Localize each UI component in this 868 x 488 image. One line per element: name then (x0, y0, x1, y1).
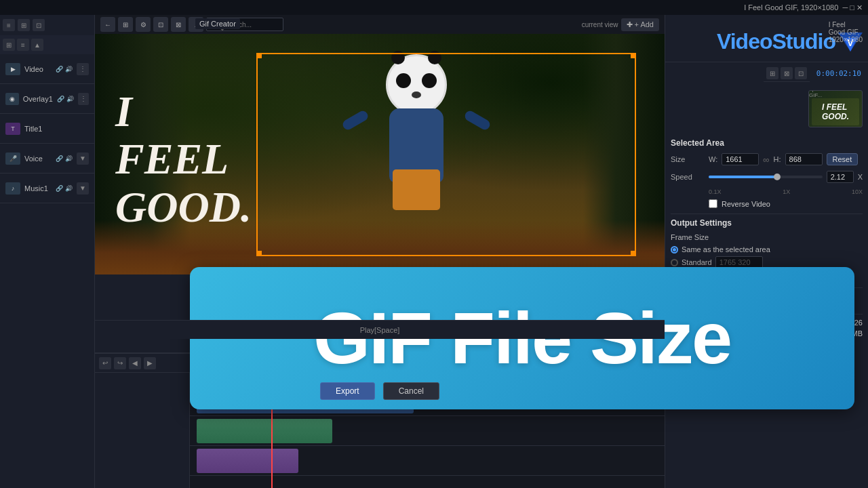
title1-track-icon: T (5, 123, 20, 135)
radio-standard-dot (671, 259, 678, 266)
window-title-rp: I Feel Good GIF, 1920×1080 (829, 21, 863, 43)
rp-icon-1[interactable]: ⊞ (766, 67, 778, 79)
overlay-clip[interactable] (197, 419, 332, 443)
frame-size-title: Frame Size (671, 233, 863, 241)
voice-track-icon: 🎤 (5, 152, 20, 165)
video-audio-icon[interactable]: 🔊 (65, 66, 73, 73)
toolbar-nav4[interactable]: ⊠ (171, 17, 186, 32)
speed-label: Speed (671, 173, 705, 181)
center-area: ← ⊞ ⚙ ⊡ ⊠ ♪ 🔍 current view ✚ + Add (95, 15, 665, 488)
overlay-line1: I (115, 88, 252, 136)
tl-redo-icon[interactable]: ↪ (114, 357, 126, 369)
speed-0_1x: 0.1X (709, 188, 722, 195)
sidebar-icon-1[interactable]: ≡ (3, 19, 15, 31)
reverse-video-label: Reverse Video (722, 200, 770, 208)
speed-slider-container (709, 176, 823, 178)
reverse-video-row: Reverse Video (671, 199, 863, 208)
track-label-music1: ♪ Music1 🔗 🔊 ▼ (0, 174, 94, 203)
add-button[interactable]: ✚ + Add (621, 18, 659, 31)
minimize-btn[interactable]: ─ (842, 3, 848, 12)
toolbar-back-btn[interactable]: ← (100, 17, 115, 32)
thumbnail-text: I FEELGOOD. (822, 102, 849, 121)
speed-handle[interactable] (774, 174, 781, 180)
playback-bar: Play[Space] (95, 320, 665, 339)
height-label: H: (774, 155, 781, 163)
gif-creator-label: Gif Creator (195, 18, 240, 29)
voice-audio-icon[interactable]: 🔊 (65, 155, 73, 162)
music1-expand-icon[interactable]: ▼ (77, 182, 89, 195)
video-track-controls: 🔗 🔊 (56, 66, 73, 73)
overlay1-track-handle[interactable]: ⋮ (78, 93, 89, 105)
track-label-voice: 🎤 Voice 🔗 🔊 ▼ (0, 144, 94, 174)
music1-audio-icon[interactable]: 🔊 (65, 185, 73, 192)
video-track-name: Video (24, 65, 52, 73)
top-bar: I Feel Good GIF, 1920×1080 ─ □ ✕ (0, 0, 868, 15)
add-label: + Add (635, 20, 654, 28)
voice-link-icon[interactable]: 🔗 (56, 155, 63, 162)
music1-link-icon[interactable]: 🔗 (56, 185, 63, 192)
video-link-icon[interactable]: 🔗 (56, 66, 63, 73)
video-track-icon: ▶ (5, 63, 20, 75)
vs-brand-text: VideoStudio (717, 29, 835, 54)
panda-nose (412, 92, 421, 98)
speed-value-input[interactable] (827, 171, 854, 183)
panda-eye-right (422, 73, 437, 88)
speed-slider[interactable] (709, 176, 823, 178)
radio-same[interactable]: Same as the selected area (671, 245, 863, 253)
voice-expand-icon[interactable]: ▼ (77, 152, 89, 165)
height-input[interactable] (785, 153, 823, 165)
close-btn[interactable]: ✕ (856, 3, 863, 12)
overlay1-track-name: Overlay1 (23, 95, 53, 103)
action-buttons: Export Cancel (320, 382, 439, 400)
panda-character (355, 54, 477, 244)
tl-prev-icon[interactable]: ◀ (129, 357, 141, 369)
radio-standard-label: Standard (682, 258, 712, 266)
speed-scale-labels: 0.1X 1X 10X (671, 188, 863, 195)
tl-undo-icon[interactable]: ↩ (99, 357, 111, 369)
title-clip[interactable] (197, 449, 298, 473)
view-icon-3[interactable]: ▲ (31, 39, 43, 51)
video-toolbar: ← ⊞ ⚙ ⊡ ⊠ ♪ 🔍 current view ✚ + Add (95, 15, 665, 34)
view-icon-2[interactable]: ≡ (17, 39, 29, 51)
link-icon: ∞ (763, 155, 769, 165)
overlay-line3: GOOD. (115, 184, 252, 231)
rp-thumbnail-container: apt. I Feel Good GIF... I FEELGOOD. I Fe… (665, 85, 868, 133)
main-layout: ≡ ⊞ ⊡ ⊞ ≡ ▲ ▶ Video 🔗 🔊 ⋮ (0, 15, 868, 488)
video-track-handle[interactable]: ⋮ (77, 63, 89, 75)
toolbar-nav2[interactable]: ⚙ (136, 17, 151, 32)
title-track-row (190, 446, 665, 476)
voice-track-name: Voice (24, 155, 52, 163)
output-settings-title: Output Settings (671, 218, 863, 228)
timestamp-display: 0:00:02:10 (816, 69, 861, 78)
radio-same-dot (671, 246, 678, 253)
divider-1 (671, 214, 863, 214)
reset-button[interactable]: Reset (827, 153, 859, 165)
reverse-video-checkbox[interactable] (709, 199, 717, 208)
play-label: Play[Space] (360, 326, 400, 334)
tl-next-icon[interactable]: ▶ (144, 357, 156, 369)
overlay1-link-icon[interactable]: 🔗 (57, 96, 64, 102)
title1-track-name: Title1 (24, 125, 89, 133)
overlay1-track-icon: ◉ (5, 93, 19, 105)
sidebar-icon-3[interactable]: ⊡ (33, 19, 45, 31)
width-input[interactable] (722, 153, 759, 165)
rp-icon-2[interactable]: ⊠ (781, 67, 793, 79)
track-label-overlay1: ◉ Overlay1 🔗 🔊 ⋮ (0, 84, 94, 114)
overlay1-audio-icon[interactable]: 🔊 (66, 96, 74, 102)
vs-header: I Feel Good GIF, 1920×1080 VideoStudio V (665, 15, 868, 62)
view-icon-1[interactable]: ⊞ (3, 39, 15, 51)
sidebar-icon-2[interactable]: ⊞ (18, 19, 30, 31)
speed-slider-fill (709, 176, 777, 178)
toolbar-nav1[interactable]: ⊞ (118, 17, 133, 32)
rp-ts-row: 0:00:02:10 (812, 67, 865, 80)
rp-thumb-row: ⊞ ⊠ ⊡ 0:00:02:10 (665, 62, 868, 85)
speed-x-label: X (858, 173, 863, 181)
cancel-button[interactable]: Cancel (383, 382, 439, 400)
export-button[interactable]: Export (320, 382, 375, 400)
panda-eye-left (396, 73, 411, 88)
toolbar-nav3[interactable]: ⊡ (153, 17, 168, 32)
left-sidebar: ≡ ⊞ ⊡ ⊞ ≡ ▲ ▶ Video 🔗 🔊 ⋮ (0, 15, 95, 488)
rp-icon-3[interactable]: ⊡ (795, 67, 807, 79)
maximize-btn[interactable]: □ (850, 3, 854, 12)
right-panel: I Feel Good GIF, 1920×1080 VideoStudio V (665, 15, 868, 488)
